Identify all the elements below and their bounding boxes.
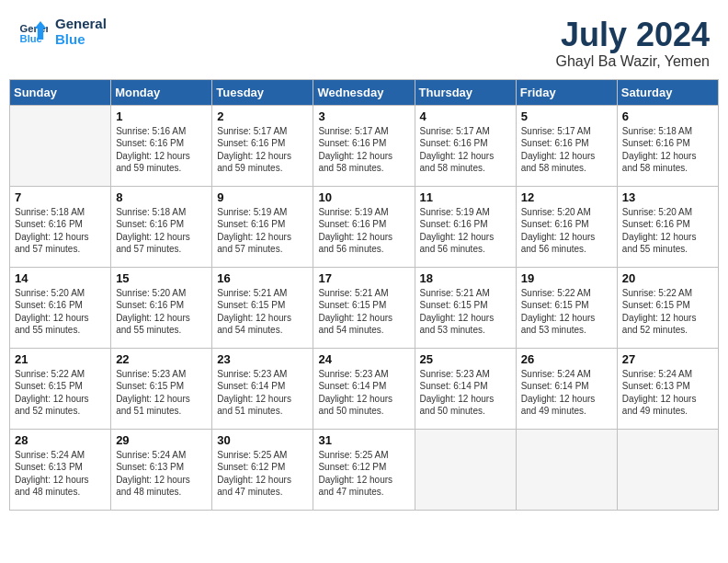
calendar-cell: 12Sunrise: 5:20 AM Sunset: 6:16 PM Dayli… xyxy=(516,186,617,267)
day-number: 19 xyxy=(521,271,612,285)
cell-content: Sunrise: 5:21 AM Sunset: 6:15 PM Dayligh… xyxy=(217,287,308,337)
cell-content: Sunrise: 5:23 AM Sunset: 6:14 PM Dayligh… xyxy=(318,368,409,418)
calendar-week-4: 21Sunrise: 5:22 AM Sunset: 6:15 PM Dayli… xyxy=(10,348,719,429)
cell-content: Sunrise: 5:19 AM Sunset: 6:16 PM Dayligh… xyxy=(217,206,308,256)
calendar-cell: 16Sunrise: 5:21 AM Sunset: 6:15 PM Dayli… xyxy=(212,267,313,348)
cell-content: Sunrise: 5:19 AM Sunset: 6:16 PM Dayligh… xyxy=(420,206,511,256)
calendar-cell: 14Sunrise: 5:20 AM Sunset: 6:16 PM Dayli… xyxy=(10,267,111,348)
calendar-cell: 31Sunrise: 5:25 AM Sunset: 6:12 PM Dayli… xyxy=(313,429,415,510)
calendar-cell: 2Sunrise: 5:17 AM Sunset: 6:16 PM Daylig… xyxy=(212,105,313,186)
cell-content: Sunrise: 5:25 AM Sunset: 6:12 PM Dayligh… xyxy=(217,449,308,499)
day-number: 29 xyxy=(116,433,207,447)
weekday-header-saturday: Saturday xyxy=(617,79,718,105)
logo-blue: Blue xyxy=(55,32,107,48)
logo: General Blue General Blue xyxy=(18,17,107,47)
day-number: 20 xyxy=(622,271,713,285)
cell-content: Sunrise: 5:23 AM Sunset: 6:14 PM Dayligh… xyxy=(217,368,308,418)
cell-content: Sunrise: 5:23 AM Sunset: 6:15 PM Dayligh… xyxy=(116,368,207,418)
day-number: 26 xyxy=(521,352,612,366)
cell-content: Sunrise: 5:18 AM Sunset: 6:16 PM Dayligh… xyxy=(15,206,106,256)
day-number: 25 xyxy=(420,352,511,366)
calendar-cell: 10Sunrise: 5:19 AM Sunset: 6:16 PM Dayli… xyxy=(313,186,415,267)
cell-content: Sunrise: 5:19 AM Sunset: 6:16 PM Dayligh… xyxy=(318,206,409,256)
month-year-title: July 2024 xyxy=(556,17,711,53)
calendar-cell: 15Sunrise: 5:20 AM Sunset: 6:16 PM Dayli… xyxy=(111,267,212,348)
cell-content: Sunrise: 5:17 AM Sunset: 6:16 PM Dayligh… xyxy=(217,125,308,175)
weekday-header-monday: Monday xyxy=(111,79,212,105)
calendar-cell: 18Sunrise: 5:21 AM Sunset: 6:15 PM Dayli… xyxy=(415,267,516,348)
day-number: 6 xyxy=(622,109,713,123)
calendar-cell: 8Sunrise: 5:18 AM Sunset: 6:16 PM Daylig… xyxy=(111,186,212,267)
calendar-cell: 26Sunrise: 5:24 AM Sunset: 6:14 PM Dayli… xyxy=(516,348,617,429)
cell-content: Sunrise: 5:24 AM Sunset: 6:13 PM Dayligh… xyxy=(116,449,207,499)
cell-content: Sunrise: 5:20 AM Sunset: 6:16 PM Dayligh… xyxy=(622,206,713,256)
day-number: 3 xyxy=(318,109,409,123)
location-subtitle: Ghayl Ba Wazir, Yemen xyxy=(556,53,711,70)
cell-content: Sunrise: 5:22 AM Sunset: 6:15 PM Dayligh… xyxy=(622,287,713,337)
calendar-cell: 17Sunrise: 5:21 AM Sunset: 6:15 PM Dayli… xyxy=(313,267,415,348)
calendar-cell: 7Sunrise: 5:18 AM Sunset: 6:16 PM Daylig… xyxy=(10,186,111,267)
cell-content: Sunrise: 5:17 AM Sunset: 6:16 PM Dayligh… xyxy=(420,125,511,175)
day-number: 10 xyxy=(318,190,409,204)
calendar-cell: 25Sunrise: 5:23 AM Sunset: 6:14 PM Dayli… xyxy=(415,348,516,429)
cell-content: Sunrise: 5:20 AM Sunset: 6:16 PM Dayligh… xyxy=(521,206,612,256)
cell-content: Sunrise: 5:18 AM Sunset: 6:16 PM Dayligh… xyxy=(622,125,713,175)
calendar-cell xyxy=(10,105,111,186)
cell-content: Sunrise: 5:17 AM Sunset: 6:16 PM Dayligh… xyxy=(521,125,612,175)
calendar-cell: 20Sunrise: 5:22 AM Sunset: 6:15 PM Dayli… xyxy=(617,267,718,348)
calendar-cell: 5Sunrise: 5:17 AM Sunset: 6:16 PM Daylig… xyxy=(516,105,617,186)
day-number: 23 xyxy=(217,352,308,366)
logo-general: General xyxy=(55,17,107,32)
cell-content: Sunrise: 5:20 AM Sunset: 6:16 PM Dayligh… xyxy=(116,287,207,337)
weekday-header-tuesday: Tuesday xyxy=(212,79,313,105)
day-number: 7 xyxy=(15,190,106,204)
day-number: 17 xyxy=(318,271,409,285)
day-number: 1 xyxy=(116,109,207,123)
logo-icon: General Blue xyxy=(18,17,48,47)
calendar-cell: 30Sunrise: 5:25 AM Sunset: 6:12 PM Dayli… xyxy=(212,429,313,510)
calendar-cell xyxy=(516,429,617,510)
cell-content: Sunrise: 5:24 AM Sunset: 6:13 PM Dayligh… xyxy=(15,449,106,499)
cell-content: Sunrise: 5:25 AM Sunset: 6:12 PM Dayligh… xyxy=(318,449,409,499)
calendar-cell xyxy=(415,429,516,510)
cell-content: Sunrise: 5:21 AM Sunset: 6:15 PM Dayligh… xyxy=(420,287,511,337)
weekday-header-wednesday: Wednesday xyxy=(313,79,415,105)
calendar-week-3: 14Sunrise: 5:20 AM Sunset: 6:16 PM Dayli… xyxy=(10,267,719,348)
calendar-cell: 22Sunrise: 5:23 AM Sunset: 6:15 PM Dayli… xyxy=(111,348,212,429)
calendar-cell: 13Sunrise: 5:20 AM Sunset: 6:16 PM Dayli… xyxy=(617,186,718,267)
day-number: 2 xyxy=(217,109,308,123)
day-number: 28 xyxy=(15,433,106,447)
calendar-cell: 23Sunrise: 5:23 AM Sunset: 6:14 PM Dayli… xyxy=(212,348,313,429)
title-block: July 2024 Ghayl Ba Wazir, Yemen xyxy=(556,17,711,70)
day-number: 8 xyxy=(116,190,207,204)
page-header: General Blue General Blue July 2024 Ghay… xyxy=(9,9,719,74)
calendar-table: SundayMondayTuesdayWednesdayThursdayFrid… xyxy=(9,79,719,511)
cell-content: Sunrise: 5:17 AM Sunset: 6:16 PM Dayligh… xyxy=(318,125,409,175)
calendar-cell: 6Sunrise: 5:18 AM Sunset: 6:16 PM Daylig… xyxy=(617,105,718,186)
cell-content: Sunrise: 5:18 AM Sunset: 6:16 PM Dayligh… xyxy=(116,206,207,256)
calendar-cell: 24Sunrise: 5:23 AM Sunset: 6:14 PM Dayli… xyxy=(313,348,415,429)
day-number: 31 xyxy=(318,433,409,447)
calendar-week-5: 28Sunrise: 5:24 AM Sunset: 6:13 PM Dayli… xyxy=(10,429,719,510)
weekday-header-thursday: Thursday xyxy=(415,79,516,105)
day-number: 12 xyxy=(521,190,612,204)
calendar-week-1: 1Sunrise: 5:16 AM Sunset: 6:16 PM Daylig… xyxy=(10,105,719,186)
day-number: 18 xyxy=(420,271,511,285)
day-number: 27 xyxy=(622,352,713,366)
weekday-header-sunday: Sunday xyxy=(10,79,111,105)
calendar-week-2: 7Sunrise: 5:18 AM Sunset: 6:16 PM Daylig… xyxy=(10,186,719,267)
day-number: 13 xyxy=(622,190,713,204)
calendar-cell: 1Sunrise: 5:16 AM Sunset: 6:16 PM Daylig… xyxy=(111,105,212,186)
cell-content: Sunrise: 5:20 AM Sunset: 6:16 PM Dayligh… xyxy=(15,287,106,337)
calendar-cell: 11Sunrise: 5:19 AM Sunset: 6:16 PM Dayli… xyxy=(415,186,516,267)
day-number: 14 xyxy=(15,271,106,285)
cell-content: Sunrise: 5:21 AM Sunset: 6:15 PM Dayligh… xyxy=(318,287,409,337)
calendar-cell: 28Sunrise: 5:24 AM Sunset: 6:13 PM Dayli… xyxy=(10,429,111,510)
calendar-cell: 29Sunrise: 5:24 AM Sunset: 6:13 PM Dayli… xyxy=(111,429,212,510)
day-number: 5 xyxy=(521,109,612,123)
day-number: 15 xyxy=(116,271,207,285)
weekday-header-row: SundayMondayTuesdayWednesdayThursdayFrid… xyxy=(10,79,719,105)
day-number: 9 xyxy=(217,190,308,204)
day-number: 11 xyxy=(420,190,511,204)
calendar-cell: 3Sunrise: 5:17 AM Sunset: 6:16 PM Daylig… xyxy=(313,105,415,186)
